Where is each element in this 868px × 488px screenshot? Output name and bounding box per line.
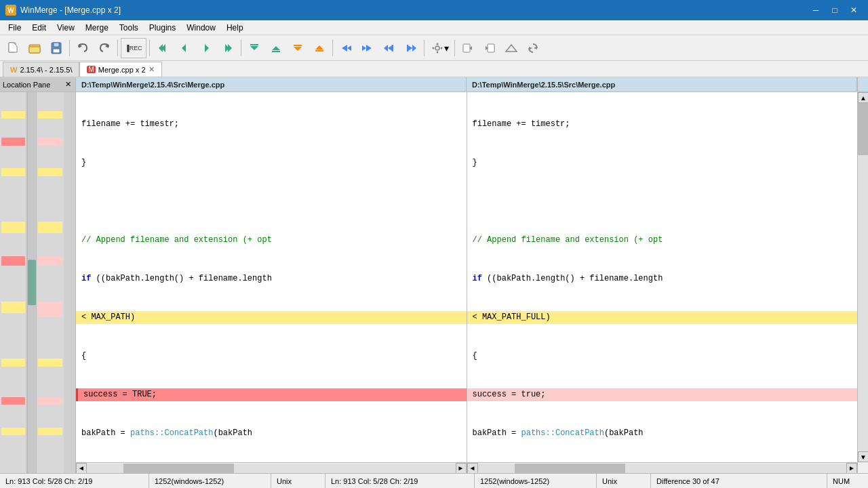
menu-file[interactable]: File	[3, 22, 26, 34]
status-mode: NUM	[827, 474, 868, 488]
expand-button[interactable]	[288, 38, 308, 58]
sep7	[454, 40, 455, 56]
line-left-1: filename += timestr;	[76, 118, 467, 131]
close-button[interactable]: ✕	[845, 3, 863, 17]
copy-to-right-button[interactable]	[336, 38, 356, 58]
file-headers: D:\Temp\WinMerge\2.15.4\Src\Merge.cpp D:…	[76, 77, 868, 92]
svg-marker-11	[205, 44, 209, 52]
title-bar-left: W WinMerge - [Merge.cpp x 2]	[5, 5, 121, 16]
line-left-7: {	[76, 350, 467, 363]
menu-edit[interactable]: Edit	[26, 22, 52, 34]
tab-folder-compare[interactable]: W 2.15.4\ - 2.15.5\	[3, 62, 79, 77]
first-diff-button[interactable]	[153, 38, 173, 58]
menu-window[interactable]: Window	[181, 22, 221, 34]
menu-view[interactable]: View	[52, 22, 80, 34]
collapse-all-button[interactable]	[266, 38, 286, 58]
svg-rect-4	[54, 43, 59, 47]
menu-help[interactable]: Help	[221, 22, 249, 34]
location-pane-label: Location Pane	[3, 81, 50, 89]
location-pane-close[interactable]: ✕	[64, 80, 73, 89]
open-parent-button[interactable]	[501, 38, 521, 58]
save-button[interactable]	[46, 38, 66, 58]
menu-tools[interactable]: Tools	[114, 22, 144, 34]
h-scroll-right[interactable]: ◄ ►	[467, 462, 858, 473]
loc-diff-yellow-6	[1, 428, 25, 435]
prev-file-button[interactable]	[458, 38, 478, 58]
sep5	[332, 40, 333, 56]
svg-marker-27	[388, 45, 392, 51]
svg-marker-18	[294, 47, 302, 51]
next-diff-button[interactable]	[196, 38, 216, 58]
v-scrollbar[interactable]: ▲ ▼	[857, 92, 868, 462]
header-scroll-spacer	[857, 77, 868, 92]
menu-plugins[interactable]: Plugins	[144, 22, 181, 34]
loc-diff-r-yellow-6	[38, 428, 62, 435]
loc-center-scroll[interactable]	[27, 92, 37, 473]
v-scroll-up[interactable]: ▲	[858, 92, 868, 103]
line-right-9: bakPath = paths::ConcatPath(bakPath	[467, 427, 858, 440]
tab-close-icon[interactable]: ✕	[149, 65, 155, 74]
refresh-button[interactable]	[523, 38, 543, 58]
rec-button[interactable]: ▐REC	[121, 38, 146, 58]
svg-marker-13	[228, 44, 232, 52]
sep2	[117, 40, 118, 56]
h-scroll-left-thumb[interactable]	[123, 464, 234, 473]
last-diff-button[interactable]	[218, 38, 238, 58]
code-area: filename += timestr; } // Append filenam…	[76, 92, 857, 462]
h-scroll-left-arrow-right[interactable]: ►	[456, 463, 467, 474]
svg-rect-39	[488, 44, 494, 52]
copy-all-right-button[interactable]	[379, 38, 399, 58]
undo-button[interactable]	[73, 38, 93, 58]
status-diff-count: Difference 30 of 47	[651, 474, 827, 488]
h-scroll-right-arrow-left[interactable]: ◄	[467, 463, 478, 474]
sep1	[69, 40, 70, 56]
line-right-7: {	[467, 350, 858, 363]
code-pane-left[interactable]: filename += timestr; } // Append filenam…	[76, 92, 467, 462]
new-button[interactable]	[3, 38, 23, 58]
file-header-left: D:\Temp\WinMerge\2.15.4\Src\Merge.cpp	[76, 77, 467, 92]
minimize-button[interactable]: ─	[807, 3, 825, 17]
line-left-2: }	[76, 157, 467, 169]
line-right-3	[467, 195, 858, 208]
svg-marker-41	[506, 45, 517, 52]
code-pane-right[interactable]: filename += timestr; } // Append filenam…	[467, 92, 858, 462]
location-pane: Location Pane ✕	[0, 77, 76, 473]
open-button[interactable]	[24, 38, 45, 58]
copy-to-left-button[interactable]	[357, 38, 378, 58]
copy-all-left-button[interactable]	[401, 38, 421, 58]
next-file-button[interactable]	[479, 38, 500, 58]
status-left-encoding: 1252(windows-1252)	[149, 474, 271, 488]
menu-merge[interactable]: Merge	[80, 22, 114, 34]
loc-diff-yellow-2	[1, 302, 25, 313]
status-left-eol: Unix	[271, 474, 326, 488]
h-scroll-left-arrow-left[interactable]: ◄	[76, 463, 87, 474]
h-scroll-left[interactable]: ◄ ►	[76, 462, 467, 473]
svg-point-33	[436, 43, 438, 45]
location-pane-body	[0, 92, 75, 473]
svg-marker-26	[384, 45, 388, 52]
status-right-position: Ln: 913 Col: 5/28 Ch: 2/19	[326, 474, 475, 488]
tab-file-compare[interactable]: M Merge.cpp x 2 ✕	[79, 62, 161, 77]
collapse-button[interactable]	[309, 38, 330, 58]
maximize-button[interactable]: □	[826, 3, 844, 17]
svg-point-35	[432, 47, 434, 49]
v-scroll-thumb[interactable]	[858, 103, 868, 155]
redo-button[interactable]	[94, 38, 115, 58]
prev-diff-button[interactable]	[174, 38, 195, 58]
h-scroll-right-thumb[interactable]	[515, 464, 625, 473]
svg-rect-37	[463, 44, 470, 52]
svg-marker-24	[366, 45, 372, 52]
h-scroll-left-track[interactable]	[87, 464, 456, 473]
location-pane-header: Location Pane ✕	[0, 77, 75, 92]
v-scroll-track[interactable]	[858, 103, 868, 451]
expand-all-button[interactable]	[244, 38, 264, 58]
svg-rect-5	[53, 49, 60, 53]
options-button[interactable]: ▾	[427, 38, 452, 58]
h-scroll-right-arrow-right[interactable]: ►	[846, 463, 857, 474]
h-scroll-right-track[interactable]	[478, 464, 847, 473]
line-left-4: // Append filename and extension (+ opt	[76, 234, 467, 247]
v-scroll-down[interactable]: ▼	[858, 451, 868, 462]
app-icon: W	[5, 5, 16, 16]
title-bar: W WinMerge - [Merge.cpp x 2] ─ □ ✕	[0, 0, 868, 20]
line-left-6: < MAX_PATH)	[76, 311, 467, 324]
